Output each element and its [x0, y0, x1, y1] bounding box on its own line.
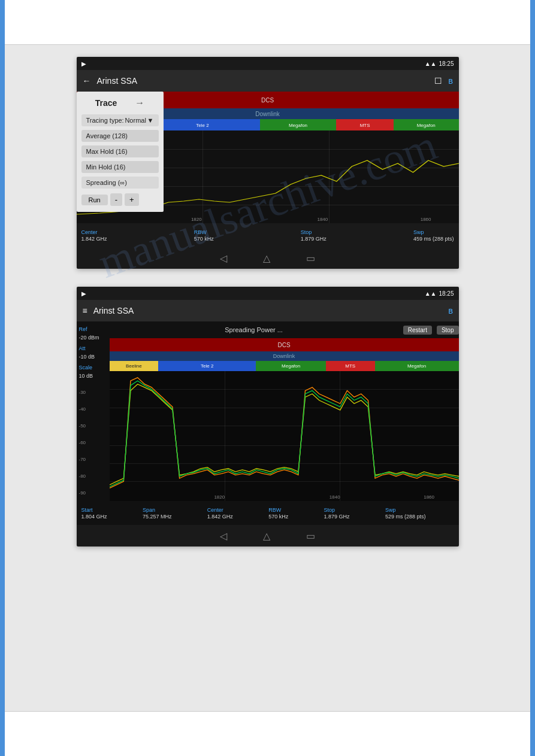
tracing-type-label: Tracing type: — [86, 117, 124, 124]
bluetooth-icon-1[interactable]: ʙ — [448, 76, 453, 86]
op2-megafon1: Megafon — [256, 361, 326, 371]
op-megafon1-1: Megafon — [260, 119, 337, 131]
recent-nav-icon-1[interactable]: ▭ — [306, 253, 315, 264]
op2-megafon2: Megafon — [375, 361, 459, 371]
min-hold-btn[interactable]: Min Hold (16) — [81, 161, 159, 173]
bottom-footer — [5, 711, 530, 756]
y-label-90: -90 — [79, 490, 107, 496]
op2-mts: MTS — [326, 361, 375, 371]
y-axis-labels: -30 -40 -50 -60 -70 -80 -90 — [79, 390, 107, 496]
tick2-1840: 1840 — [330, 494, 340, 500]
stop-value-2: 1.879 GHz — [324, 514, 350, 520]
back-icon-1[interactable]: ← — [83, 76, 91, 86]
tick-1860: 1860 — [421, 217, 431, 222]
chart2-operators: Beeline Tele 2 Megafon MTS Megafon — [110, 361, 459, 371]
start-value-2: 1.804 GHz — [81, 514, 107, 520]
op-mts-1: MTS — [336, 119, 394, 131]
home-nav-icon-2[interactable]: △ — [263, 530, 270, 542]
y-label-40: -40 — [79, 406, 107, 412]
device-screen-1: ▶ ▲▲ 18:25 ← Arinst SSA ☐ ʙ DCS Downlink — [77, 57, 459, 269]
average-btn[interactable]: Average (128) — [81, 130, 159, 142]
att-value-2: -10 dB — [79, 354, 107, 360]
back-nav-icon-2[interactable]: ◁ — [220, 530, 227, 542]
main-area-1: DCS Downlink Tele 2 Megafon MTS Megafon — [77, 92, 459, 247]
home-nav-icon-1[interactable]: △ — [263, 253, 270, 264]
tick-1840: 1840 — [317, 217, 328, 222]
recent-nav-icon-2[interactable]: ▭ — [306, 530, 315, 542]
back-nav-icon-1[interactable]: ◁ — [220, 253, 227, 264]
app-bar-1: ← Arinst SSA ☐ ʙ — [77, 70, 459, 92]
trace-title: Trace — [95, 98, 117, 108]
footer2-col-center: Center 1.842 GHz — [207, 507, 233, 520]
tick-1820: 1820 — [191, 217, 202, 222]
footer-col-stop-1: Stop 1.879 GHz — [301, 229, 327, 242]
minus-btn[interactable]: - — [110, 193, 122, 206]
ref-label-2: Ref — [79, 326, 107, 332]
run-row: Run - + — [81, 193, 159, 206]
app-title-2: Arinst SSA — [93, 306, 442, 315]
top-header — [5, 0, 530, 45]
chart-footer-1: Center 1.842 GHz RBW 570 kHz Stop 1.879 … — [77, 223, 459, 247]
footer-col-center-1: Center 1.842 GHz — [81, 229, 107, 242]
chart2-downlink: Downlink — [110, 351, 459, 361]
run-btn[interactable]: Run — [81, 195, 108, 205]
start-label-2: Start — [81, 507, 107, 513]
app-title-1: Arinst SSA — [97, 76, 428, 86]
spreading-toolbar: Spreading Power ... Restart Stop — [110, 321, 459, 338]
swp-value-1: 459 ms (288 pts) — [413, 236, 454, 242]
trace-close-icon[interactable]: → — [135, 98, 144, 108]
nav-bar-2: ◁ △ ▭ — [77, 525, 459, 546]
status-bar-2: ▶ ▲▲ 18:25 — [77, 287, 459, 300]
y-label-30: -30 — [79, 390, 107, 395]
span-value-2: 75.257 MHz — [143, 514, 172, 520]
center-label-1: Center — [81, 229, 107, 235]
camera-icon-2: ▶ — [81, 290, 86, 297]
chart2-bands: DCS Downlink Beeline Tele 2 Megafon MTS … — [110, 338, 459, 371]
stop-button[interactable]: Stop — [437, 326, 459, 335]
bluetooth-icon-2[interactable]: ʙ — [448, 306, 453, 315]
footer-col-swp-1: Swp 459 ms (288 pts) — [413, 229, 454, 242]
tick2-1820: 1820 — [214, 494, 225, 500]
time-1: 18:25 — [439, 60, 454, 67]
status-bar-1: ▶ ▲▲ 18:25 — [77, 57, 459, 70]
center-label-2: Center — [207, 507, 233, 513]
swp-label-1: Swp — [413, 229, 454, 235]
footer-col-rbw-1: RBW 570 kHz — [194, 229, 214, 242]
max-hold-btn[interactable]: Max Hold (16) — [81, 145, 159, 157]
signal-icon-1: ▲▲ — [425, 60, 437, 67]
footer2-col-rbw: RBW 570 kHz — [268, 507, 288, 520]
main-area-2: Ref -20 dBm Att -10 dB Scale 10 dB -30 -… — [77, 321, 459, 501]
menu-icon-2[interactable]: ≡ — [83, 306, 87, 315]
scale-value-2: 10 dB — [79, 373, 107, 379]
plus-btn[interactable]: + — [125, 193, 139, 206]
y-label-80: -80 — [79, 473, 107, 479]
chart2-plot: 1820 1840 1860 — [110, 371, 459, 501]
time-2: 18:25 — [439, 290, 454, 297]
stop-value-1: 1.879 GHz — [301, 236, 327, 242]
left-bar — [0, 0, 5, 756]
window-icon-1[interactable]: ☐ — [434, 76, 442, 86]
y-label-60: -60 — [79, 440, 107, 445]
tracing-type-arrow[interactable]: ▼ — [147, 117, 154, 124]
spectrum-svg-2 — [110, 371, 459, 501]
device-screen-2: ▶ ▲▲ 18:25 ≡ Arinst SSA ʙ Ref -20 dBm At… — [77, 287, 459, 546]
op2-tele2: Tele 2 — [158, 361, 256, 371]
rbw-value-1: 570 kHz — [194, 236, 214, 242]
nav-bar-1: ◁ △ ▭ — [77, 247, 459, 269]
swp-label-2: Swp — [385, 507, 426, 513]
span-label-2: Span — [143, 507, 172, 513]
stop-label-1: Stop — [301, 229, 327, 235]
page-content: ▶ ▲▲ 18:25 ← Arinst SSA ☐ ʙ DCS Downlink — [5, 45, 530, 711]
rbw-label-1: RBW — [194, 229, 214, 235]
chart2-footer: Start 1.804 GHz Span 75.257 MHz Center 1… — [77, 501, 459, 525]
status-bar-left-2: ▶ — [81, 290, 86, 297]
status-bar-left-1: ▶ — [81, 60, 86, 67]
y-label-70: -70 — [79, 457, 107, 462]
op2-beeline: Beeline — [110, 361, 159, 371]
restart-button[interactable]: Restart — [403, 326, 432, 335]
spreading-label: Spreading (∞) — [86, 179, 127, 186]
center-value-2: 1.842 GHz — [207, 514, 233, 520]
footer2-col-span: Span 75.257 MHz — [143, 507, 172, 520]
scale-label-2: Scale — [79, 365, 107, 371]
tick2-1860: 1860 — [424, 494, 434, 500]
